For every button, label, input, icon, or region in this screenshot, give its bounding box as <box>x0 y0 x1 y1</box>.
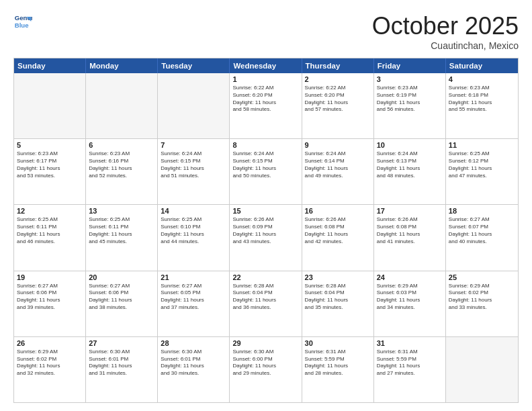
day-info: Sunrise: 6:27 AM Sunset: 6:05 PM Dayligh… <box>161 283 226 312</box>
day-number: 26 <box>17 339 83 347</box>
day-info: Sunrise: 6:28 AM Sunset: 6:04 PM Dayligh… <box>305 283 371 312</box>
header: General Blue October 2025 Cuautinchan, M… <box>13 12 519 51</box>
day-info: Sunrise: 6:27 AM Sunset: 6:06 PM Dayligh… <box>17 283 83 312</box>
logo-icon: General Blue <box>13 12 32 31</box>
day-number: 10 <box>377 141 443 149</box>
day-number: 18 <box>449 207 515 215</box>
calendar-cell: 24Sunrise: 6:29 AM Sunset: 6:03 PM Dayli… <box>374 271 446 336</box>
day-number: 8 <box>232 141 298 149</box>
day-number: 6 <box>89 141 154 149</box>
day-info: Sunrise: 6:31 AM Sunset: 5:59 PM Dayligh… <box>377 349 443 377</box>
calendar-cell: 29Sunrise: 6:30 AM Sunset: 6:00 PM Dayli… <box>230 337 302 402</box>
day-info: Sunrise: 6:24 AM Sunset: 6:14 PM Dayligh… <box>305 150 371 179</box>
day-info: Sunrise: 6:31 AM Sunset: 5:59 PM Dayligh… <box>305 349 371 377</box>
day-number: 25 <box>449 273 515 281</box>
calendar-cell: 17Sunrise: 6:26 AM Sunset: 6:08 PM Dayli… <box>374 205 446 270</box>
day-info: Sunrise: 6:28 AM Sunset: 6:04 PM Dayligh… <box>232 283 298 312</box>
calendar-cell: 9Sunrise: 6:24 AM Sunset: 6:14 PM Daylig… <box>302 139 374 204</box>
calendar-cell: 31Sunrise: 6:31 AM Sunset: 5:59 PM Dayli… <box>374 337 446 402</box>
calendar-cell: 4Sunrise: 6:23 AM Sunset: 6:18 PM Daylig… <box>446 73 518 138</box>
day-number: 9 <box>305 141 371 149</box>
day-info: Sunrise: 6:29 AM Sunset: 6:02 PM Dayligh… <box>17 349 83 377</box>
day-number: 11 <box>449 141 515 149</box>
day-number: 21 <box>161 273 226 281</box>
calendar-cell: 26Sunrise: 6:29 AM Sunset: 6:02 PM Dayli… <box>14 337 86 402</box>
day-info: Sunrise: 6:22 AM Sunset: 6:20 PM Dayligh… <box>232 85 298 113</box>
calendar-row-2: 12Sunrise: 6:25 AM Sunset: 6:11 PM Dayli… <box>14 204 518 270</box>
weekday-header-wednesday: Wednesday <box>230 58 302 73</box>
svg-text:Blue: Blue <box>15 21 29 29</box>
day-number: 12 <box>17 207 83 215</box>
calendar-cell: 30Sunrise: 6:31 AM Sunset: 5:59 PM Dayli… <box>302 337 374 402</box>
calendar-row-0: 1Sunrise: 6:22 AM Sunset: 6:20 PM Daylig… <box>14 73 518 138</box>
day-number: 13 <box>89 207 154 215</box>
day-info: Sunrise: 6:30 AM Sunset: 6:01 PM Dayligh… <box>89 349 154 377</box>
title-block: October 2025 Cuautinchan, Mexico <box>372 12 519 51</box>
logo: General Blue <box>13 12 32 31</box>
calendar-cell: 15Sunrise: 6:26 AM Sunset: 6:09 PM Dayli… <box>230 205 302 270</box>
calendar-cell: 16Sunrise: 6:26 AM Sunset: 6:08 PM Dayli… <box>302 205 374 270</box>
day-info: Sunrise: 6:25 AM Sunset: 6:10 PM Dayligh… <box>161 216 226 245</box>
calendar-row-3: 19Sunrise: 6:27 AM Sunset: 6:06 PM Dayli… <box>14 271 518 336</box>
calendar-cell: 18Sunrise: 6:27 AM Sunset: 6:07 PM Dayli… <box>446 205 518 270</box>
calendar-cell: 25Sunrise: 6:29 AM Sunset: 6:02 PM Dayli… <box>446 271 518 336</box>
day-info: Sunrise: 6:25 AM Sunset: 6:12 PM Dayligh… <box>449 150 515 179</box>
day-info: Sunrise: 6:29 AM Sunset: 6:02 PM Dayligh… <box>449 283 515 312</box>
day-info: Sunrise: 6:24 AM Sunset: 6:15 PM Dayligh… <box>161 150 226 179</box>
weekday-header-thursday: Thursday <box>302 58 374 73</box>
day-number: 31 <box>377 339 443 347</box>
day-number: 19 <box>17 273 83 281</box>
calendar-cell <box>158 73 230 138</box>
day-number: 23 <box>305 273 371 281</box>
calendar-cell: 10Sunrise: 6:24 AM Sunset: 6:13 PM Dayli… <box>374 139 446 204</box>
weekday-header-friday: Friday <box>374 58 446 73</box>
day-number: 2 <box>305 75 371 83</box>
day-number: 5 <box>17 141 83 149</box>
calendar-cell: 8Sunrise: 6:24 AM Sunset: 6:15 PM Daylig… <box>230 139 302 204</box>
day-number: 15 <box>232 207 298 215</box>
page: General Blue October 2025 Cuautinchan, M… <box>0 0 532 411</box>
calendar-cell: 23Sunrise: 6:28 AM Sunset: 6:04 PM Dayli… <box>302 271 374 336</box>
calendar-cell <box>446 337 518 402</box>
day-info: Sunrise: 6:24 AM Sunset: 6:15 PM Dayligh… <box>232 150 298 179</box>
calendar-cell <box>14 73 86 138</box>
day-number: 4 <box>449 75 515 83</box>
day-info: Sunrise: 6:23 AM Sunset: 6:19 PM Dayligh… <box>377 85 443 113</box>
day-info: Sunrise: 6:23 AM Sunset: 6:17 PM Dayligh… <box>17 150 83 179</box>
day-info: Sunrise: 6:27 AM Sunset: 6:07 PM Dayligh… <box>449 216 515 245</box>
weekday-header-tuesday: Tuesday <box>158 58 230 73</box>
day-number: 29 <box>232 339 298 347</box>
calendar-cell <box>86 73 158 138</box>
day-info: Sunrise: 6:25 AM Sunset: 6:11 PM Dayligh… <box>17 216 83 245</box>
day-info: Sunrise: 6:30 AM Sunset: 6:01 PM Dayligh… <box>161 349 226 377</box>
calendar-cell: 7Sunrise: 6:24 AM Sunset: 6:15 PM Daylig… <box>158 139 230 204</box>
weekday-header-saturday: Saturday <box>446 58 518 73</box>
calendar-row-1: 5Sunrise: 6:23 AM Sunset: 6:17 PM Daylig… <box>14 138 518 204</box>
calendar-row-4: 26Sunrise: 6:29 AM Sunset: 6:02 PM Dayli… <box>14 336 518 402</box>
day-number: 16 <box>305 207 371 215</box>
calendar-cell: 3Sunrise: 6:23 AM Sunset: 6:19 PM Daylig… <box>374 73 446 138</box>
day-info: Sunrise: 6:30 AM Sunset: 6:00 PM Dayligh… <box>232 349 298 377</box>
calendar-cell: 5Sunrise: 6:23 AM Sunset: 6:17 PM Daylig… <box>14 139 86 204</box>
day-number: 24 <box>377 273 443 281</box>
day-info: Sunrise: 6:22 AM Sunset: 6:20 PM Dayligh… <box>305 85 371 113</box>
calendar-cell: 19Sunrise: 6:27 AM Sunset: 6:06 PM Dayli… <box>14 271 86 336</box>
calendar: SundayMondayTuesdayWednesdayThursdayFrid… <box>13 58 519 403</box>
day-number: 7 <box>161 141 226 149</box>
day-number: 20 <box>89 273 154 281</box>
calendar-cell: 11Sunrise: 6:25 AM Sunset: 6:12 PM Dayli… <box>446 139 518 204</box>
day-info: Sunrise: 6:29 AM Sunset: 6:03 PM Dayligh… <box>377 283 443 312</box>
location-subtitle: Cuautinchan, Mexico <box>372 40 519 51</box>
calendar-cell: 1Sunrise: 6:22 AM Sunset: 6:20 PM Daylig… <box>230 73 302 138</box>
day-number: 1 <box>232 75 298 83</box>
day-info: Sunrise: 6:26 AM Sunset: 6:08 PM Dayligh… <box>305 216 371 245</box>
calendar-cell: 20Sunrise: 6:27 AM Sunset: 6:06 PM Dayli… <box>86 271 158 336</box>
day-info: Sunrise: 6:25 AM Sunset: 6:11 PM Dayligh… <box>89 216 154 245</box>
calendar-cell: 2Sunrise: 6:22 AM Sunset: 6:20 PM Daylig… <box>302 73 374 138</box>
weekday-header-sunday: Sunday <box>14 58 86 73</box>
day-info: Sunrise: 6:27 AM Sunset: 6:06 PM Dayligh… <box>89 283 154 312</box>
day-number: 27 <box>89 339 154 347</box>
calendar-header: SundayMondayTuesdayWednesdayThursdayFrid… <box>14 58 518 73</box>
day-number: 30 <box>305 339 371 347</box>
calendar-cell: 12Sunrise: 6:25 AM Sunset: 6:11 PM Dayli… <box>14 205 86 270</box>
